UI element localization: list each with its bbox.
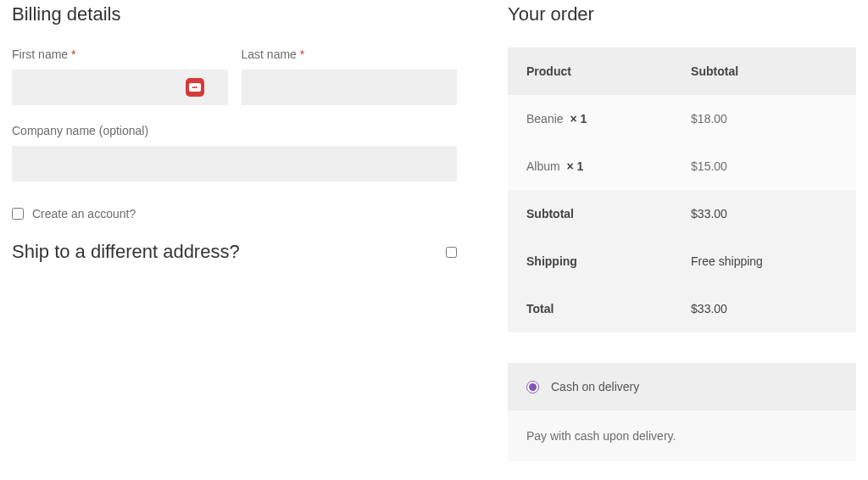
- payment-description: Pay with cash upon delivery.: [508, 410, 856, 461]
- last-name-label: Last name *: [242, 47, 458, 61]
- order-total-row: Total $33.00: [508, 285, 856, 332]
- order-title: Your order: [508, 3, 856, 25]
- order-item-name: Beanie: [526, 112, 564, 126]
- ship-different-checkbox[interactable]: [446, 247, 457, 258]
- order-total-value: $33.00: [672, 190, 856, 237]
- input-badge-icon: [186, 78, 204, 97]
- company-label: Company name (optional): [12, 124, 457, 137]
- order-total-label: Shipping: [508, 237, 672, 285]
- create-account-checkbox[interactable]: [12, 208, 24, 220]
- payment-method-radio[interactable]: [526, 381, 539, 393]
- required-mark: *: [300, 47, 304, 61]
- order-subtotal-row: Subtotal $33.00: [508, 190, 856, 237]
- billing-title: Billing details: [12, 3, 457, 25]
- order-shipping-row: Shipping Free shipping: [508, 237, 856, 285]
- create-account-label: Create an account?: [32, 207, 136, 220]
- payment-method-label: Cash on delivery: [551, 380, 639, 393]
- first-name-label: First name *: [12, 47, 228, 61]
- ship-different-title: Ship to a different address?: [12, 241, 240, 263]
- order-item-qty: × 1: [570, 112, 587, 126]
- order-total-value: Free shipping: [672, 237, 856, 285]
- order-item-row: Album × 1 $15.00: [508, 142, 856, 190]
- order-total-label: Total: [508, 285, 672, 332]
- order-item-qty: × 1: [566, 159, 583, 173]
- order-table: Product Subtotal Beanie × 1 $18.00 Album…: [508, 47, 856, 332]
- order-header-product: Product: [508, 47, 672, 95]
- payment-box: Cash on delivery Pay with cash upon deli…: [508, 363, 856, 461]
- required-mark: *: [71, 47, 75, 61]
- order-total-label: Subtotal: [508, 190, 672, 237]
- order-header-subtotal: Subtotal: [672, 47, 856, 95]
- order-item-price: $18.00: [672, 95, 856, 142]
- payment-method-row[interactable]: Cash on delivery: [508, 363, 856, 410]
- order-item-name: Album: [526, 159, 560, 173]
- last-name-input[interactable]: [242, 70, 458, 105]
- order-total-value: $33.00: [672, 285, 856, 332]
- company-input[interactable]: [12, 146, 457, 181]
- order-item-price: $15.00: [672, 142, 856, 190]
- order-item-row: Beanie × 1 $18.00: [508, 95, 856, 142]
